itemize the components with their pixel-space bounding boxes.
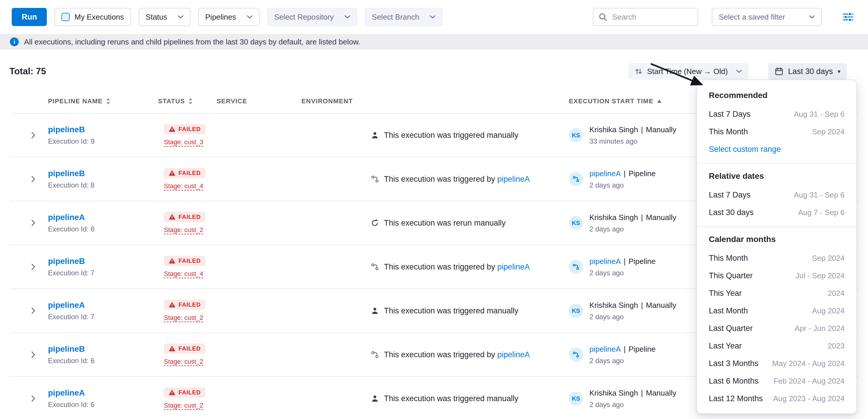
avatar bbox=[569, 260, 583, 274]
date-option-this-year[interactable]: This Year2024 bbox=[709, 284, 845, 302]
expand-chevron-icon[interactable] bbox=[19, 132, 48, 138]
my-executions-checkbox[interactable]: My Executions bbox=[55, 8, 131, 26]
status-badge: FAILED bbox=[164, 124, 206, 134]
status-dropdown[interactable]: Status bbox=[139, 8, 191, 26]
time-ago: 2 days ago bbox=[589, 357, 655, 365]
chevron-down-icon bbox=[809, 15, 815, 19]
run-button[interactable]: Run bbox=[12, 8, 47, 26]
starter-separator: | bbox=[641, 125, 643, 134]
date-option-value: Sep 2024 bbox=[812, 254, 845, 263]
stage-link[interactable]: Stage: cust_2 bbox=[164, 314, 204, 322]
date-option-last-year[interactable]: Last Year2023 bbox=[709, 337, 845, 355]
expand-chevron-icon[interactable] bbox=[19, 176, 48, 182]
toolbar: Run My Executions Status Pipelines Selec… bbox=[0, 0, 868, 34]
expand-chevron-icon[interactable] bbox=[19, 351, 48, 358]
date-option-last-12-months[interactable]: Last 12 MonthsAug 2023 - Aug 2024 bbox=[709, 390, 845, 407]
pipeline-trigger-icon bbox=[371, 262, 379, 271]
starter-name[interactable]: pipelineA bbox=[589, 345, 621, 354]
date-option-select-custom-range[interactable]: Select custom range bbox=[709, 140, 845, 158]
pipeline-trigger-icon bbox=[371, 175, 379, 184]
stage-link[interactable]: Stage: cust_2 bbox=[164, 358, 204, 366]
date-option-value: Jul - Sep 2024 bbox=[796, 271, 845, 280]
pipeline-name-link[interactable]: pipelineB bbox=[48, 169, 85, 178]
pipeline-name-link[interactable]: pipelineA bbox=[48, 388, 85, 398]
date-range-button[interactable]: Last 30 days ▾ bbox=[768, 63, 847, 79]
menu-section-title: Relative dates bbox=[709, 169, 845, 186]
pipelines-dropdown[interactable]: Pipelines bbox=[198, 8, 259, 26]
trigger-message: This execution was triggered by bbox=[384, 175, 495, 184]
avatar: KS bbox=[569, 128, 583, 142]
stage-link[interactable]: Stage: cust_4 bbox=[164, 182, 204, 191]
avatar bbox=[569, 172, 583, 186]
menu-section-title: Calendar months bbox=[709, 232, 845, 249]
pipeline-name-link[interactable]: pipelineB bbox=[48, 344, 85, 354]
date-option-last-6-months[interactable]: Last 6 MonthsFeb 2024 - Aug 2024 bbox=[709, 372, 845, 390]
repository-dropdown[interactable]: Select Repository bbox=[267, 8, 357, 26]
trigger-pipeline-link[interactable]: pipelineA bbox=[497, 175, 530, 184]
pipeline-name-link[interactable]: pipelineB bbox=[48, 125, 85, 134]
date-option-value: Feb 2024 - Aug 2024 bbox=[773, 377, 845, 386]
avatar-initials: KS bbox=[572, 308, 580, 314]
expand-chevron-icon[interactable] bbox=[19, 308, 48, 314]
date-option-last-7-days[interactable]: Last 7 DaysAug 31 - Sep 6 bbox=[709, 186, 845, 204]
execution-id: Execution Id: 7 bbox=[48, 269, 158, 277]
avatar bbox=[569, 348, 583, 362]
sort-dropdown[interactable]: Start Time (New → Old) bbox=[628, 63, 748, 79]
date-option-last-7-days[interactable]: Last 7 DaysAug 31 - Sep 6 bbox=[709, 105, 845, 123]
date-option-last-30-days[interactable]: Last 30 daysAug 7 - Sep 6 bbox=[709, 204, 845, 221]
date-option-this-quarter[interactable]: This QuarterJul - Sep 2024 bbox=[709, 267, 845, 284]
checkbox-icon[interactable] bbox=[61, 13, 70, 21]
header-pipeline-name[interactable]: PIPELINE NAME bbox=[48, 97, 158, 105]
date-option-value: Aug 2024 bbox=[812, 307, 845, 315]
trigger-pipeline-link[interactable]: pipelineA bbox=[497, 350, 530, 359]
chevron-down-icon bbox=[736, 70, 742, 73]
date-option-label: Last 3 Months bbox=[709, 359, 758, 368]
avatar-initials: KS bbox=[572, 132, 580, 139]
warning-icon bbox=[168, 301, 176, 308]
pipeline-name-link[interactable]: pipelineA bbox=[48, 300, 85, 310]
info-banner-text: All executions, including reruns and chi… bbox=[24, 37, 360, 46]
date-option-value: 2023 bbox=[828, 342, 845, 351]
status-label: FAILED bbox=[179, 170, 201, 176]
trigger-message: This execution was triggered by bbox=[384, 350, 495, 359]
starter-separator: | bbox=[641, 301, 643, 310]
warning-icon bbox=[168, 345, 176, 352]
search-box[interactable] bbox=[593, 8, 698, 26]
saved-filter-dropdown[interactable]: Select a saved filter bbox=[712, 8, 822, 26]
sort-asc-icon[interactable] bbox=[657, 99, 662, 103]
sort-icon bbox=[635, 68, 642, 75]
expand-chevron-icon[interactable] bbox=[19, 220, 48, 226]
date-option-this-month[interactable]: This MonthSep 2024 bbox=[709, 249, 845, 267]
date-range-label: Last 30 days bbox=[788, 67, 833, 76]
expand-chevron-icon[interactable] bbox=[19, 264, 48, 270]
date-option-label: Last 30 days bbox=[709, 208, 753, 217]
search-input[interactable] bbox=[611, 12, 692, 22]
stage-link[interactable]: Stage: cust_2 bbox=[164, 402, 204, 410]
date-option-last-month[interactable]: Last MonthAug 2024 bbox=[709, 302, 845, 320]
pipeline-name-link[interactable]: pipelineB bbox=[48, 257, 85, 266]
filter-settings-button[interactable] bbox=[840, 9, 856, 25]
stage-link[interactable]: Stage: cust_2 bbox=[164, 226, 204, 234]
expand-chevron-icon[interactable] bbox=[19, 395, 48, 402]
execution-id: Execution Id: 8 bbox=[48, 225, 158, 233]
date-option-value: Aug 31 - Sep 6 bbox=[794, 191, 845, 199]
pipeline-name-link[interactable]: pipelineA bbox=[48, 213, 85, 222]
stage-link[interactable]: Stage: cust_3 bbox=[164, 138, 204, 147]
branch-dropdown[interactable]: Select Branch bbox=[365, 8, 443, 26]
sort-both-icon[interactable] bbox=[188, 98, 192, 104]
date-option-this-month[interactable]: This MonthSep 2024 bbox=[709, 123, 845, 140]
trigger-pipeline-link[interactable]: pipelineA bbox=[497, 262, 530, 271]
sort-both-icon[interactable] bbox=[106, 98, 110, 104]
stage-link[interactable]: Stage: cust_4 bbox=[164, 270, 204, 278]
pipelines-dropdown-label: Pipelines bbox=[205, 12, 236, 22]
header-label: EXECUTION START TIME bbox=[569, 97, 653, 105]
date-option-last-quarter[interactable]: Last QuarterApr - Jun 2024 bbox=[709, 320, 845, 337]
starter-name[interactable]: pipelineA bbox=[589, 169, 621, 178]
date-option-last-3-months[interactable]: Last 3 MonthsMay 2024 - Aug 2024 bbox=[709, 355, 845, 372]
status-badge: FAILED bbox=[164, 212, 206, 222]
date-option-value: Aug 2023 - Aug 2024 bbox=[773, 394, 845, 403]
caret-down-icon: ▾ bbox=[838, 68, 840, 75]
starter-separator: | bbox=[624, 169, 626, 178]
header-status[interactable]: STATUS bbox=[158, 97, 217, 105]
starter-name[interactable]: pipelineA bbox=[589, 257, 621, 266]
